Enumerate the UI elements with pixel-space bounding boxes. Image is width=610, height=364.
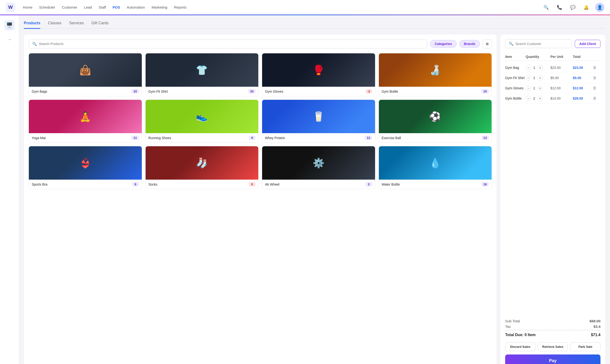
nav-link-reports[interactable]: Reports [174, 5, 187, 9]
phone-icon[interactable]: 📞 [555, 3, 564, 12]
product-badge: 2 [365, 182, 372, 186]
categories-button[interactable]: Categories [430, 40, 456, 48]
product-image: 🥛 [262, 100, 375, 133]
qty-value: 1 [532, 76, 536, 80]
qty-decrease-button[interactable]: − [526, 86, 531, 91]
avatar[interactable]: 👤 [595, 3, 604, 12]
park-sale-button[interactable]: Park Sale [570, 342, 600, 351]
brands-button[interactable]: Brands [459, 40, 480, 48]
sidebar-monitor-icon[interactable]: 🖥️ [4, 20, 15, 30]
nav-links: HomeSchedulerCustomerLeadStaffPOSAutomat… [23, 5, 542, 9]
nav-link-marketing[interactable]: Marketing [152, 5, 167, 9]
product-image: 👟 [146, 100, 259, 133]
whatsapp-icon[interactable]: 💬 [569, 3, 577, 12]
tab-classes[interactable]: Classes [48, 21, 62, 29]
nav-link-pos[interactable]: POS [113, 5, 120, 9]
cart-item-name: Gym Bottle [505, 96, 525, 100]
tab-products[interactable]: Products [24, 21, 40, 29]
topnav-icons: 🔍 📞 💬 🔔 👤 [542, 3, 604, 12]
product-name: Gym Bags [32, 90, 47, 93]
product-card-socks[interactable]: 🧦Socks0 [145, 146, 259, 189]
qty-decrease-button[interactable]: − [526, 96, 531, 101]
cart-col-item: Item [505, 55, 525, 59]
add-client-button[interactable]: Add Client [575, 40, 600, 48]
product-badge: 10 [131, 89, 139, 94]
product-card-gym-gloves[interactable]: 🥊Gym Gloves-2 [262, 53, 375, 96]
logo[interactable]: W [6, 3, 15, 12]
cart-col-total: Total [573, 55, 592, 59]
product-image: 👕 [146, 53, 259, 87]
product-card-running-shoes[interactable]: 👟Running Shoes9 [145, 100, 259, 143]
product-name: Gym Fit Shirt [148, 90, 168, 93]
cart-delete-button[interactable]: 🗑 [593, 76, 600, 80]
qty-increase-button[interactable]: + [538, 96, 543, 101]
product-grid: 👜Gym Bags10👕Gym Fit Shirt33🥊Gym Gloves-2… [29, 53, 492, 189]
main-content: ProductsClassesServicesGift Cards 🔍 Cate… [19, 15, 610, 364]
cart-header: Item Quantity Per Unit Total [505, 53, 600, 61]
pay-button[interactable]: Pay [505, 354, 600, 364]
cart-qty: −2+ [526, 96, 549, 101]
product-card-gym-bags[interactable]: 👜Gym Bags10 [29, 53, 142, 96]
discard-sales-button[interactable]: Discard Sales [505, 342, 535, 351]
customer-search-icon: 🔍 [509, 41, 514, 46]
tab-gift-cards[interactable]: Gift Cards [91, 21, 109, 29]
product-image: 🧦 [146, 146, 259, 180]
tax-label: Tax [505, 325, 511, 328]
product-image: 👜 [29, 53, 142, 87]
product-card-exercise-ball[interactable]: ⚽Exercise Ball13 [379, 100, 492, 143]
product-name: Whey Protein [265, 136, 285, 140]
nav-link-customer[interactable]: Customer [62, 5, 78, 9]
cart-delete-button[interactable]: 🗑 [593, 86, 600, 90]
notification-icon[interactable]: 🔔 [582, 3, 590, 12]
cart-row: Gym Fit Shirt−1+$5.00$5.00🗑 [505, 73, 600, 83]
qty-decrease-button[interactable]: − [526, 65, 531, 70]
search-icon[interactable]: 🔍 [542, 3, 550, 12]
cart-unit-price: $12.00 [550, 86, 572, 90]
qty-increase-button[interactable]: + [538, 65, 543, 70]
nav-link-automation[interactable]: Automation [127, 5, 145, 9]
action-buttons: Discard Sales Retrieve Sales Park Sale [505, 342, 600, 351]
qty-increase-button[interactable]: + [538, 86, 543, 91]
product-search-icon: 🔍 [32, 42, 37, 46]
nav-link-scheduler[interactable]: Scheduler [39, 5, 55, 9]
product-image: ⚙️ [262, 146, 375, 180]
cart-total-price: $12.00 [573, 86, 592, 90]
nav-link-lead[interactable]: Lead [84, 5, 92, 9]
product-card-yoga-mat[interactable]: 🧘Yoga Mat11 [29, 100, 142, 143]
product-card-gym-bottle[interactable]: 🍶Gym Bottle15 [379, 53, 492, 96]
product-name: Exercise Ball [382, 136, 401, 140]
cart-row: Gym Bottle−2+$14.00$28.00🗑 [505, 93, 600, 104]
pos-left: 🔍 Categories Brands ⊞ 👜Gym Bags10👕Gym Fi… [24, 35, 497, 364]
search-bar-row: 🔍 Categories Brands ⊞ [29, 39, 492, 48]
product-card-water-bottle[interactable]: 💧Water Bottle16 [379, 146, 492, 189]
product-badge: 33 [248, 89, 255, 94]
retrieve-sales-button[interactable]: Retrieve Sales [538, 342, 568, 351]
cart-rows: Gym Bag−1+$23.00$23.00🗑Gym Fit Shirt−1+$… [505, 63, 600, 104]
product-name: Ab Wheel [265, 182, 280, 186]
qty-decrease-button[interactable]: − [526, 75, 531, 80]
search-customer-input[interactable] [515, 42, 568, 46]
product-card-ab-wheel[interactable]: ⚙️Ab Wheel2 [262, 146, 375, 189]
nav-link-staff[interactable]: Staff [99, 5, 106, 9]
filter-options-icon[interactable]: ⊞ [483, 39, 492, 48]
search-products-input[interactable] [39, 42, 424, 46]
product-name: Yoga Mat [32, 136, 46, 140]
cart-total-price: $5.00 [573, 76, 592, 80]
cart-row: Gym Gloves−1+$12.00$12.00🗑 [505, 83, 600, 93]
product-card-sports-bra[interactable]: 👙Sports Bra6 [29, 146, 142, 189]
product-section: 🔍 Categories Brands ⊞ 👜Gym Bags10👕Gym Fi… [24, 35, 497, 364]
pos-right: 🔍 Add Client Item Quantity Per Unit Tota… [500, 35, 605, 364]
product-search-wrap: 🔍 [29, 39, 427, 48]
cart-delete-button[interactable]: 🗑 [593, 65, 600, 70]
subtotal-label: Sub Total [505, 319, 520, 323]
customer-bar: 🔍 Add Client [505, 39, 600, 48]
tab-services[interactable]: Services [69, 21, 84, 29]
cart-delete-button[interactable]: 🗑 [593, 96, 600, 101]
total-due-amount: $71.4 [591, 333, 600, 337]
product-card-whey-protein[interactable]: 🥛Whey Protein12 [262, 100, 375, 143]
product-card-gym-fit-shirt[interactable]: 👕Gym Fit Shirt33 [145, 53, 259, 96]
nav-link-home[interactable]: Home [23, 5, 32, 9]
qty-value: 2 [532, 96, 536, 100]
sidebar-collapse-arrow[interactable]: → [7, 37, 12, 42]
qty-increase-button[interactable]: + [538, 75, 543, 80]
